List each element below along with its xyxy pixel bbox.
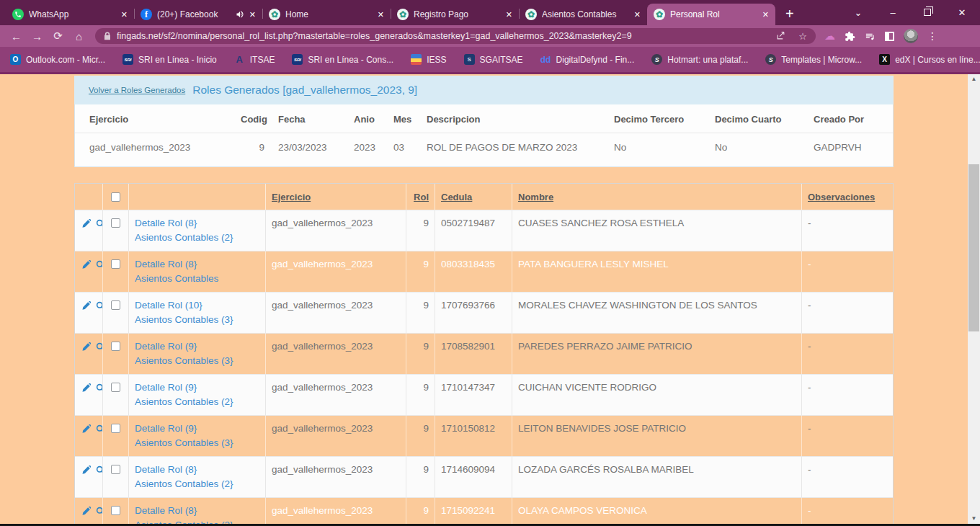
lock-icon[interactable] — [104, 32, 111, 40]
new-tab-button[interactable]: + — [785, 6, 794, 21]
tab-close-icon[interactable]: ✕ — [762, 10, 769, 19]
view-magnifier-icon[interactable] — [96, 465, 103, 497]
edit-pencil-icon[interactable] — [81, 219, 91, 251]
row-select-cell — [103, 334, 129, 374]
forward-button[interactable]: → — [27, 30, 48, 43]
sort-header-nombre[interactable]: Nombre — [512, 184, 802, 210]
bookmark-itsae[interactable]: A ITSAE — [234, 54, 275, 65]
tab-whatsapp[interactable]: WhatsApp ✕ — [6, 4, 134, 25]
detalle-rol-link[interactable]: Detalle Rol (8} — [135, 463, 259, 477]
bookmark-digitaldefynd[interactable]: dd DigitalDefynd - Fin... — [540, 54, 635, 65]
edit-pencil-icon[interactable] — [81, 424, 91, 456]
playlist-extension-icon[interactable] — [865, 31, 876, 42]
asientos-contables-link[interactable]: Asientos Contables (2} — [135, 395, 259, 409]
bookmark-edx[interactable]: X edX | Cursos en líne... — [879, 54, 980, 65]
edit-pencil-icon[interactable] — [81, 507, 91, 524]
bookmark-hotmart[interactable]: S Hotmart: una plataf... — [651, 54, 748, 65]
bookmark-sgaitsae[interactable]: S SGAITSAE — [464, 54, 523, 65]
edit-pencil-icon[interactable] — [81, 465, 91, 497]
home-button[interactable]: ⌂ — [68, 30, 89, 43]
select-all-checkbox[interactable] — [111, 192, 120, 202]
reload-button[interactable]: ⟳ — [48, 30, 68, 43]
asientos-contables-link[interactable]: Asientos Contables (3} — [135, 313, 259, 327]
bookmark-outlook[interactable]: O Outlook.com - Micr... — [10, 54, 105, 65]
bookmark-sri-consultas[interactable]: SRI SRI en Línea - Cons... — [292, 54, 393, 65]
back-button[interactable]: ← — [6, 30, 27, 43]
row-actions — [75, 457, 103, 497]
detalle-rol-link[interactable]: Detalle Rol (8} — [135, 216, 259, 231]
view-magnifier-icon[interactable] — [96, 342, 103, 374]
share-icon[interactable] — [776, 31, 785, 42]
profile-avatar[interactable] — [904, 29, 918, 43]
tab-close-icon[interactable]: ✕ — [249, 10, 256, 19]
bookmark-sri-inicio[interactable]: SRI SRI en Línea - Inicio — [122, 54, 217, 65]
sort-header-ejercicio[interactable]: Ejercicio — [266, 184, 406, 210]
view-magnifier-icon[interactable] — [96, 424, 103, 456]
weather-extension-icon[interactable]: ☁ — [824, 30, 835, 43]
row-checkbox[interactable] — [111, 424, 120, 433]
asientos-contables-link[interactable]: Asientos Contables — [135, 272, 259, 286]
row-links-cell: Detalle Rol (9} Asientos Contables (3} — [129, 334, 266, 374]
view-magnifier-icon[interactable] — [96, 383, 103, 415]
tab-close-icon[interactable]: ✕ — [634, 10, 641, 19]
tab-close-icon[interactable]: ✕ — [506, 10, 512, 19]
tab-personal-rol[interactable]: ✿ Personal Rol ✕ — [647, 4, 775, 25]
edit-pencil-icon[interactable] — [81, 342, 91, 374]
row-checkbox[interactable] — [111, 342, 120, 351]
detalle-rol-link[interactable]: Detalle Rol (9} — [135, 339, 259, 354]
scroll-up-icon[interactable]: ▲ — [968, 74, 980, 84]
restore-button[interactable] — [922, 7, 932, 18]
tab-close-icon[interactable]: ✕ — [121, 10, 128, 19]
tab-registro-pago[interactable]: ✿ Registro Pago ✕ — [391, 4, 519, 25]
chrome-menu-icon[interactable]: ⋮ — [927, 30, 937, 42]
extensions-puzzle-icon[interactable] — [845, 31, 855, 42]
row-checkbox[interactable] — [111, 506, 120, 515]
asientos-contables-link[interactable]: Asientos Contables (3} — [135, 436, 259, 450]
sort-header-cedula[interactable]: Cedula — [435, 184, 512, 210]
sidebar-extension-icon[interactable] — [885, 32, 894, 41]
volver-link[interactable]: Volver a Roles Generados — [89, 86, 185, 94]
detalle-rol-link[interactable]: Detalle Rol (10} — [135, 298, 259, 313]
asientos-contables-link[interactable]: Asientos Contables (3} — [135, 354, 259, 368]
column-header: Fecha — [267, 114, 339, 133]
detalle-rol-link[interactable]: Detalle Rol (9} — [135, 422, 259, 436]
view-magnifier-icon[interactable] — [96, 260, 103, 292]
cell-rol: 9 — [406, 210, 435, 251]
vertical-scrollbar[interactable]: ▲ ▼ — [968, 74, 980, 524]
address-bar[interactable]: fingads.net/sf2/nomina/personal_rol_list… — [95, 28, 816, 44]
detalle-rol-link[interactable]: Detalle Rol (8} — [135, 257, 259, 272]
edit-pencil-icon[interactable] — [81, 383, 91, 415]
bookmark-star-icon[interactable]: ☆ — [798, 31, 807, 42]
bookmark-iess[interactable]: IESS — [411, 54, 446, 65]
detalle-rol-link[interactable]: Detalle Rol (8} — [135, 504, 259, 518]
url-text[interactable]: fingads.net/sf2/nomina/personal_rol_list… — [117, 31, 770, 41]
view-magnifier-icon[interactable] — [96, 301, 103, 333]
scrollbar-thumb[interactable] — [968, 164, 979, 331]
row-checkbox[interactable] — [111, 383, 120, 392]
sort-header-rol[interactable]: Rol — [406, 184, 435, 210]
tab-close-icon[interactable]: ✕ — [378, 10, 384, 19]
view-magnifier-icon[interactable] — [96, 219, 103, 251]
edit-pencil-icon[interactable] — [81, 301, 91, 333]
close-window-button[interactable]: ✕ — [957, 7, 967, 18]
row-checkbox[interactable] — [111, 465, 120, 474]
asientos-contables-link[interactable]: Asientos Contables (2} — [135, 518, 259, 524]
row-checkbox[interactable] — [111, 300, 120, 310]
detalle-rol-link[interactable]: Detalle Rol (9} — [135, 380, 259, 395]
tab-asientos-contables[interactable]: ✿ Asientos Contables ✕ — [519, 4, 647, 25]
asientos-contables-link[interactable]: Asientos Contables (2} — [135, 231, 259, 245]
tab-audio-icon[interactable] — [236, 10, 244, 19]
scroll-down-icon[interactable]: ▼ — [968, 514, 980, 524]
asientos-contables-link[interactable]: Asientos Contables (2} — [135, 477, 259, 491]
minimize-button[interactable]: – — [888, 7, 898, 18]
bookmark-templates[interactable]: S Templates | Microw... — [765, 54, 862, 65]
edit-pencil-icon[interactable] — [81, 260, 91, 292]
tab-search-chevron-icon[interactable]: ⌄ — [853, 7, 863, 18]
view-magnifier-icon[interactable] — [96, 507, 103, 524]
tab-facebook[interactable]: f (20+) Facebook ✕ — [134, 4, 262, 25]
row-checkbox[interactable] — [111, 218, 120, 228]
row-checkbox[interactable] — [111, 259, 120, 269]
sort-header-observaciones[interactable]: Observaciones — [802, 184, 893, 210]
table-row: Detalle Rol (8} Asientos Contables gad_v… — [75, 251, 893, 292]
tab-home[interactable]: ✿ Home ✕ — [262, 4, 391, 25]
